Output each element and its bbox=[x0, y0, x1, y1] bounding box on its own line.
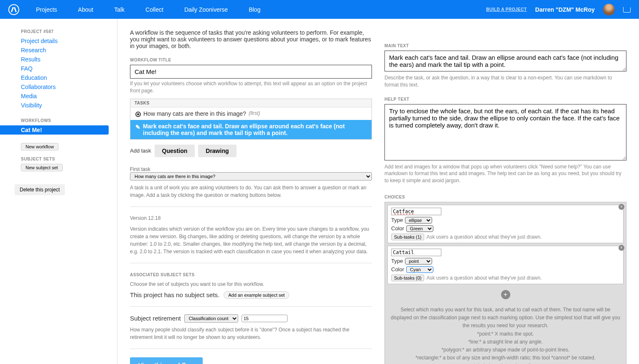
nav-collect[interactable]: Collect bbox=[145, 6, 163, 13]
choices-help-text: Select which marks you want for this tas… bbox=[385, 303, 626, 364]
workflow-title-label: WORKFLOW TITLE bbox=[130, 58, 372, 62]
help-text-label: HELP TEXT bbox=[384, 97, 626, 102]
task-item-2-active[interactable]: ✎ Mark each cat's face and tail. Draw an… bbox=[130, 120, 372, 139]
retirement-count-input[interactable] bbox=[242, 315, 288, 322]
sidebar-item-research[interactable]: Research bbox=[21, 47, 46, 53]
sidebar-item-faq[interactable]: FAQ bbox=[21, 65, 33, 72]
add-drawing-button[interactable]: Drawing bbox=[198, 145, 236, 157]
color-label: Color bbox=[391, 225, 404, 232]
user-name[interactable]: Darren "DZM" McRoy bbox=[535, 6, 595, 13]
choices-box: × Type ellipse Color Green Sub-tasks (1)… bbox=[384, 202, 626, 364]
remove-choice-icon[interactable]: × bbox=[619, 245, 624, 251]
choice-2-color-select[interactable]: Cyan bbox=[406, 266, 433, 273]
workflows-list: Cat Me! bbox=[21, 125, 109, 135]
first-task-select[interactable]: How many cats are there in this image? bbox=[130, 172, 372, 181]
choices-label: CHOICES bbox=[384, 195, 626, 199]
add-question-button[interactable]: Question bbox=[155, 145, 195, 157]
nav-about[interactable]: About bbox=[78, 6, 94, 13]
type-label: Type bbox=[391, 217, 403, 223]
choice-1-type-select[interactable]: ellipse bbox=[405, 217, 432, 224]
task-1-text: How many cats are there in this image? bbox=[143, 110, 246, 117]
add-example-subject-set-button[interactable]: Add an example subject set bbox=[224, 291, 289, 299]
workflow-title-input[interactable] bbox=[130, 65, 372, 79]
color-label: Color bbox=[391, 266, 404, 272]
choice-2: × Type point Color Cyan Sub-tasks (0) As… bbox=[387, 246, 624, 284]
sidebar-item-visibility[interactable]: Visibility bbox=[21, 102, 42, 109]
associated-subject-sets-hint: Choose the set of subjects you want to u… bbox=[130, 280, 372, 288]
delete-project-button[interactable]: Delete this project bbox=[15, 184, 65, 195]
version-hint: Version indicates which version of the w… bbox=[130, 225, 372, 255]
tasks-box: TASKS How many cats are there in this im… bbox=[130, 99, 372, 140]
sidebar-item-results[interactable]: Results bbox=[21, 56, 41, 63]
workflow-title-hint: If you let your volunteers choose which … bbox=[130, 80, 372, 94]
view-workflow-button[interactable]: View this workflow bbox=[130, 357, 203, 364]
subject-sets-heading: SUBJECT SETS bbox=[21, 157, 109, 161]
subtask-hint: Ask users a question about what they've … bbox=[426, 234, 542, 240]
task-first-tag: (first) bbox=[249, 110, 260, 116]
tasks-header: TASKS bbox=[130, 99, 372, 107]
user-nav: BUILD A PROJECT Darren "DZM" McRoy bbox=[486, 4, 631, 15]
project-nav-list: Project details Research Results FAQ Edu… bbox=[21, 36, 109, 110]
help-text-input[interactable]: Try to enclose the whole face, but not t… bbox=[384, 104, 626, 160]
new-subject-set-button[interactable]: New subject set bbox=[21, 164, 63, 171]
add-task-label: Add task bbox=[130, 148, 151, 154]
choice-1-color-select[interactable]: Green bbox=[406, 225, 433, 232]
intro-text: A workflow is the sequence of tasks that… bbox=[130, 29, 372, 49]
choice-2-subtasks-button[interactable]: Sub-tasks (0) bbox=[391, 275, 424, 281]
new-workflow-button[interactable]: New workflow bbox=[21, 143, 59, 150]
remove-choice-icon[interactable]: × bbox=[619, 204, 624, 210]
subject-retirement-label: Subject retirement bbox=[130, 315, 181, 322]
type-label: Type bbox=[391, 258, 403, 264]
workflows-heading: WORKFLOWS bbox=[21, 118, 109, 123]
sidebar-item-workflow-active[interactable]: Cat Me! bbox=[21, 127, 42, 133]
choice-1-subtasks-button[interactable]: Sub-tasks (1) bbox=[391, 234, 424, 240]
right-column: MAIN TEXT Mark each cat's face and tail.… bbox=[384, 29, 626, 364]
no-subjects-text: This project has no subject sets. bbox=[130, 291, 219, 298]
retirement-hint: How many people should classify each sub… bbox=[130, 326, 372, 341]
choice-1-name-input[interactable] bbox=[391, 208, 441, 215]
radio-icon bbox=[135, 112, 141, 117]
task-2-text: Mark each cat's face and tail. Draw an e… bbox=[143, 123, 367, 136]
task-item-1[interactable]: How many cats are there in this image? (… bbox=[130, 107, 372, 120]
left-column: A workflow is the sequence of tasks that… bbox=[130, 29, 372, 364]
associated-subject-sets-label: ASSOCIATED SUBJECT SETS bbox=[130, 272, 372, 277]
nav-projects[interactable]: Projects bbox=[36, 6, 57, 13]
choice-2-type-select[interactable]: point bbox=[405, 258, 432, 265]
nav-daily[interactable]: Daily Zooniverse bbox=[184, 6, 228, 13]
pencil-icon: ✎ bbox=[135, 124, 140, 130]
main-text-hint: Describe the task, or ask the question, … bbox=[384, 74, 626, 89]
task-hint: A task is a unit of work you are asking … bbox=[130, 184, 372, 199]
retirement-type-select[interactable]: Classification count bbox=[184, 314, 238, 323]
top-navbar: Projects About Talk Collect Daily Zooniv… bbox=[0, 0, 639, 19]
choice-2-name-input[interactable] bbox=[391, 249, 441, 256]
build-project-link[interactable]: BUILD A PROJECT bbox=[486, 7, 527, 12]
first-task-label: First task bbox=[130, 166, 372, 172]
nav-talk[interactable]: Talk bbox=[114, 6, 125, 13]
sidebar-item-collaborators[interactable]: Collaborators bbox=[21, 84, 56, 90]
help-text-hint: Add text and images for a window that po… bbox=[384, 163, 626, 184]
main-text-input[interactable]: Mark each cat's face and tail. Draw an e… bbox=[384, 51, 626, 71]
zooniverse-logo-icon[interactable] bbox=[8, 4, 19, 15]
subtask-hint: Ask users a question about what they've … bbox=[426, 275, 542, 281]
main-text-label: MAIN TEXT bbox=[384, 43, 626, 48]
choice-1: × Type ellipse Color Green Sub-tasks (1)… bbox=[387, 205, 624, 243]
project-heading: PROJECT #587 bbox=[21, 29, 109, 34]
sidebar-item-media[interactable]: Media bbox=[21, 93, 37, 99]
nav-blog[interactable]: Blog bbox=[249, 6, 260, 13]
sidebar-item-project-details[interactable]: Project details bbox=[21, 38, 58, 44]
version-text: Version 12.18 bbox=[130, 214, 372, 222]
sidebar: PROJECT #587 Project details Research Re… bbox=[0, 19, 117, 364]
avatar[interactable] bbox=[603, 4, 615, 15]
add-choice-button[interactable]: + bbox=[501, 290, 510, 299]
sidebar-item-education[interactable]: Education bbox=[21, 74, 47, 81]
main-nav: Projects About Talk Collect Daily Zooniv… bbox=[36, 6, 260, 13]
messages-icon[interactable] bbox=[623, 7, 631, 13]
